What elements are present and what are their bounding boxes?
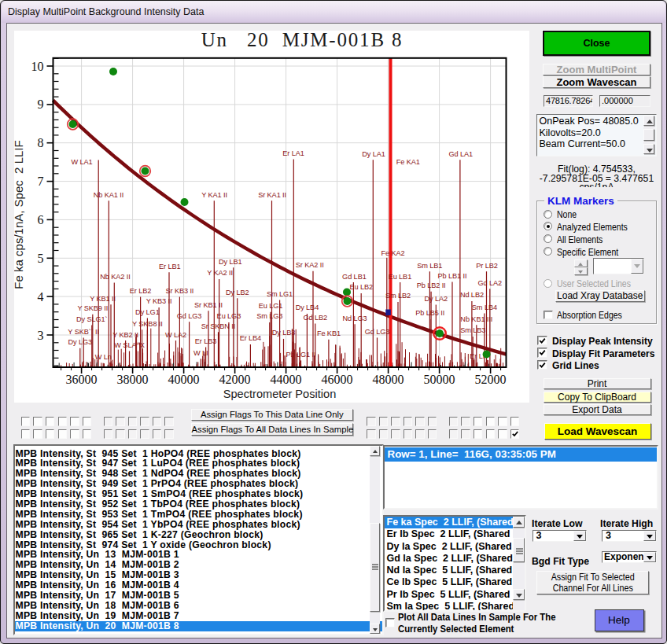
svg-text:10: 10 — [31, 60, 44, 73]
svg-text:44000: 44000 — [271, 373, 302, 386]
svg-text:Fe KA1: Fe KA1 — [396, 158, 420, 166]
svg-text:36000: 36000 — [66, 373, 98, 386]
svg-text:40000: 40000 — [168, 373, 200, 386]
svg-text:Nd LG3: Nd LG3 — [343, 315, 367, 322]
svg-text:Gd LA2: Gd LA2 — [478, 279, 503, 287]
svg-text:Dy LG1: Dy LG1 — [135, 308, 160, 316]
svg-text:Sr KB1 II: Sr KB1 II — [194, 301, 223, 309]
svg-text:Y SKB`` II: Y SKB`` II — [68, 328, 99, 336]
svg-text:Sm LB3: Sm LB3 — [460, 326, 485, 334]
svg-text:50000: 50000 — [424, 373, 455, 386]
svg-text:Dy LB1: Dy LB1 — [219, 258, 242, 266]
svg-text:Fe ka cps/1nA, Spec 2 LLIF: Fe ka cps/1nA, Spec 2 LLIF — [14, 140, 25, 289]
svg-text:Dy LA2: Dy LA2 — [425, 295, 448, 303]
svg-text:8: 8 — [38, 136, 44, 149]
svg-text:Dy LB3: Dy LB3 — [272, 329, 296, 337]
svg-text:Gd LB1: Gd LB1 — [342, 273, 367, 281]
svg-text:Eu LB2: Eu LB2 — [349, 283, 373, 291]
svg-text:Nd LB2: Nd LB2 — [460, 291, 484, 299]
svg-text:6: 6 — [38, 213, 44, 226]
svg-text:48000: 48000 — [373, 373, 404, 386]
svg-text:W LA2: W LA2 — [165, 331, 186, 339]
svg-text:Sr KA2 II: Sr KA2 II — [296, 261, 324, 269]
svg-text:Fe KA2: Fe KA2 — [381, 249, 405, 257]
svg-text:Spectrometer Position: Spectrometer Position — [223, 388, 337, 400]
svg-text:Sr KA1 II: Sr KA1 II — [258, 191, 286, 199]
svg-text:Y KB3 II: Y KB3 II — [146, 297, 172, 305]
svg-text:Nb KA1 II: Nb KA1 II — [94, 191, 123, 199]
svg-text:Sr KB3 II: Sr KB3 II — [165, 287, 193, 295]
svg-text:42000: 42000 — [219, 373, 251, 386]
svg-text:Eu LB1: Eu LB1 — [389, 273, 412, 281]
svg-text:Dy LB4: Dy LB4 — [296, 304, 319, 311]
svg-text:5: 5 — [38, 252, 44, 265]
svg-text:Un 20 MJM-001B 8: Un 20 MJM-001B 8 — [201, 31, 403, 50]
svg-text:Y KB1 II: Y KB1 II — [90, 295, 116, 303]
svg-text:Gd LB2: Gd LB2 — [304, 314, 328, 322]
svg-text:Y SKB8 II: Y SKB8 II — [132, 320, 163, 328]
svg-text:Nb KB1 III: Nb KB1 III — [460, 315, 492, 323]
svg-text:Pr LB2: Pr LB2 — [476, 262, 498, 270]
svg-text:Er LA1: Er LA1 — [282, 149, 304, 157]
svg-text:Pb LB1 II: Pb LB1 II — [438, 272, 467, 280]
svg-text:Er LB1: Er LB1 — [159, 263, 181, 270]
svg-text:Er LB2: Er LB2 — [130, 287, 152, 295]
svg-text:Eu LG3: Eu LG3 — [217, 312, 241, 320]
svg-text:Gd LA1: Gd LA1 — [449, 150, 474, 158]
svg-text:Sm LB1: Sm LB1 — [417, 262, 442, 270]
svg-text:Pb LB5 II: Pb LB5 II — [415, 309, 444, 317]
svg-text:Dy LG3: Dy LG3 — [68, 338, 93, 346]
svg-text:Dy LB2: Dy LB2 — [226, 289, 249, 296]
svg-text:Gd LG3: Gd LG3 — [177, 312, 202, 320]
svg-text:Pb LB2 II: Pb LB2 II — [417, 282, 446, 289]
svg-text:Sm LG3: Sm LG3 — [256, 312, 282, 320]
svg-text:W Ln: W Ln — [95, 353, 112, 361]
svg-text:46000: 46000 — [322, 373, 353, 386]
svg-text:Y KB2 II: Y KB2 II — [112, 331, 138, 339]
svg-text:Dy SLG1`: Dy SLG1` — [76, 315, 108, 323]
svg-text:Dy LA1: Dy LA1 — [362, 150, 385, 158]
svg-text:Sm LG1: Sm LG1 — [267, 290, 293, 298]
svg-text:Y KA1 II: Y KA1 II — [201, 191, 227, 199]
svg-text:Eu LG1: Eu LG1 — [259, 302, 283, 310]
svg-text:Sm LB2: Sm LB2 — [385, 292, 411, 300]
svg-text:Er LB3: Er LB3 — [195, 337, 217, 345]
svg-text:Nb KA2 II: Nb KA2 II — [100, 273, 130, 281]
svg-text:Sm LB4: Sm LB4 — [472, 304, 497, 311]
svg-text:7: 7 — [38, 175, 44, 188]
svg-text:Y SKB9 II: Y SKB9 II — [77, 304, 108, 312]
svg-text:W SLA^X: W SLA^X — [114, 341, 144, 349]
svg-text:Pb LG1 II: Pb LG1 II — [286, 351, 316, 359]
svg-text:52000: 52000 — [475, 373, 507, 386]
svg-text:Er LB4: Er LB4 — [240, 334, 262, 342]
svg-text:W LI: W LI — [193, 349, 208, 357]
svg-text:3: 3 — [38, 329, 44, 342]
svg-text:Sr SKBN II: Sr SKBN II — [201, 322, 235, 330]
svg-text:Y KA2 II: Y KA2 II — [207, 269, 233, 277]
svg-text:Gd LG3: Gd LG3 — [365, 328, 390, 336]
svg-text:Fe KB1: Fe KB1 — [317, 329, 341, 337]
svg-text:38000: 38000 — [117, 373, 149, 386]
svg-text:4: 4 — [38, 290, 44, 304]
svg-text:9: 9 — [38, 98, 44, 111]
svg-text:Er LI: Er LI — [470, 352, 485, 360]
svg-text:W LA1: W LA1 — [71, 158, 92, 166]
